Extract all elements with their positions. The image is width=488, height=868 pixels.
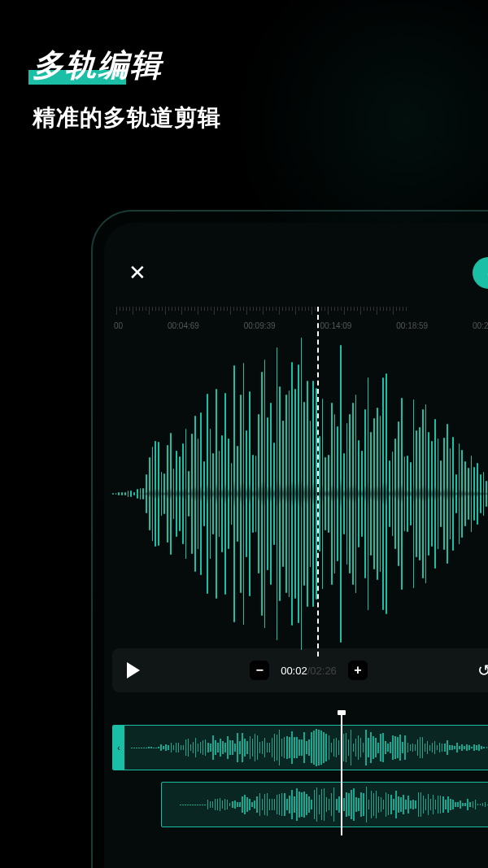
ruler-label: 00 bbox=[114, 321, 123, 330]
ruler-label: 00:14:09 bbox=[320, 321, 351, 330]
time-total: /02:26 bbox=[307, 665, 337, 677]
export-button[interactable]: 导 bbox=[473, 257, 488, 289]
promo-subtitle: 精准的多轨道剪辑 bbox=[33, 103, 455, 133]
track-row[interactable]: ‹ bbox=[112, 725, 488, 770]
editor-topbar: ✕ 导 bbox=[104, 223, 488, 307]
reset-button[interactable]: ↺ bbox=[477, 661, 488, 680]
ruler-label: 00:09:39 bbox=[244, 321, 276, 330]
tracks-playhead[interactable] bbox=[341, 713, 342, 835]
track-handle-icon[interactable]: ‹ bbox=[113, 726, 124, 770]
ruler-label: 00:18:59 bbox=[396, 321, 428, 330]
multitrack-area: ‹ bbox=[112, 725, 488, 827]
timeline-ruler[interactable]: 0000:04:6900:09:3900:14:0900:18:5900:23:… bbox=[112, 307, 488, 339]
step-forward-button[interactable]: + bbox=[348, 661, 368, 680]
close-button[interactable]: ✕ bbox=[129, 260, 146, 286]
time-current: 00:02 bbox=[281, 665, 307, 677]
track-row[interactable] bbox=[161, 782, 488, 827]
device-frame: ✕ 导 0000:04:6900:09:3900:14:0900:18:5900… bbox=[91, 210, 488, 868]
playhead[interactable] bbox=[317, 307, 319, 656]
play-button[interactable] bbox=[127, 662, 140, 678]
ruler-label: 00:04:69 bbox=[168, 321, 199, 330]
promo-title: 多轨编辑 bbox=[33, 45, 163, 86]
editor-screen: ✕ 导 0000:04:6900:09:3900:14:0900:18:5900… bbox=[104, 223, 488, 868]
promo-header: 多轨编辑 精准的多轨道剪辑 bbox=[0, 0, 488, 150]
main-waveform[interactable] bbox=[112, 355, 488, 632]
ruler-labels: 0000:04:6900:09:3900:14:0900:18:5900:23:… bbox=[112, 316, 488, 330]
transport-controls: − 00:02/02:26 + ↺ bbox=[112, 648, 488, 692]
time-display: 00:02/02:26 bbox=[281, 665, 337, 677]
ruler-label: 00:23:49 bbox=[473, 321, 488, 330]
step-back-button[interactable]: − bbox=[250, 661, 269, 680]
